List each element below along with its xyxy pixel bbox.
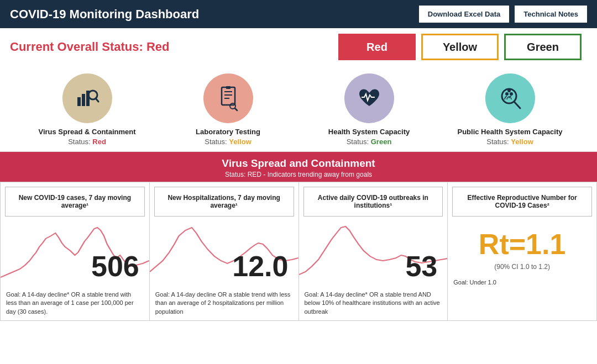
- metric-value-area-2: 53: [299, 217, 448, 288]
- health-capacity-icon: [344, 73, 394, 123]
- metric-outbreaks: Active daily COVID-19 outbreaks in insti…: [299, 182, 448, 320]
- current-status-label: Current Overall Status: Red: [10, 40, 170, 54]
- category-name-2: Health System Capacity: [328, 128, 410, 136]
- status-yellow-box[interactable]: Yellow: [421, 34, 499, 60]
- rt-goal: Goal: Under 1.0: [448, 276, 596, 291]
- metric-header-1: New Hospitalizations, 7 day moving avera…: [154, 187, 294, 217]
- metric-goal-0: Goal: A 14-day decline* OR a stable tren…: [1, 288, 149, 320]
- svg-rect-5: [222, 87, 235, 105]
- svg-rect-0: [77, 97, 81, 106]
- status-value-0: Red: [92, 138, 106, 146]
- virus-spread-icon: [62, 73, 112, 123]
- metric-number-0: 506: [91, 250, 139, 283]
- category-name-1: Laboratory Testing: [196, 128, 260, 136]
- metric-goal-1: Goal: A 14-day decline OR a stable trend…: [150, 288, 298, 320]
- metric-hospitalizations: New Hospitalizations, 7 day moving avera…: [150, 182, 299, 320]
- category-lab-testing: Laboratory Testing Status: Yellow: [173, 73, 284, 146]
- section-banner-subtitle: Status: RED - Indicators trending away f…: [0, 171, 597, 178]
- metric-cases: New COVID-19 cases, 7 day moving average…: [1, 182, 150, 320]
- header: COVID-19 Monitoring Dashboard Download E…: [0, 0, 597, 28]
- status-value-1: Yellow: [229, 138, 251, 146]
- metric-header-2: Active daily COVID-19 outbreaks in insti…: [303, 187, 443, 217]
- rt-number: Rt=1.1: [453, 228, 591, 261]
- metric-header-3: Effective Reproductive Number for COVID-…: [452, 187, 592, 217]
- metric-goal-2: Goal: A 14-day decline* OR a stable tren…: [299, 288, 448, 320]
- category-health-capacity: Health System Capacity Status: Green: [314, 73, 425, 146]
- public-health-icon: [485, 73, 535, 123]
- header-button-group: Download Excel Data Technical Notes: [419, 6, 587, 23]
- section-banner-title: Virus Spread and Containment: [0, 157, 597, 170]
- status-value-3: Yellow: [511, 138, 533, 146]
- rt-ci: (90% CI 1.0 to 1.2): [453, 263, 591, 271]
- svg-line-4: [96, 98, 98, 102]
- category-status-1: Status: Yellow: [205, 138, 252, 146]
- category-status-0: Status: Red: [68, 138, 106, 146]
- svg-line-11: [235, 108, 237, 110]
- download-excel-button[interactable]: Download Excel Data: [419, 6, 509, 23]
- svg-rect-9: [226, 86, 231, 89]
- metric-number-1: 12.0: [232, 250, 288, 283]
- category-name-0: Virus Spread & Containment: [38, 128, 135, 136]
- status-value: Red: [146, 40, 170, 54]
- svg-line-13: [514, 102, 520, 108]
- svg-point-16: [507, 89, 511, 92]
- category-name-3: Public Health System Capacity: [457, 128, 562, 136]
- svg-rect-1: [82, 94, 85, 106]
- dashboard-title: COVID-19 Monitoring Dashboard: [10, 7, 199, 22]
- metrics-grid: New COVID-19 cases, 7 day moving average…: [0, 182, 597, 321]
- metric-value-area-0: 506: [1, 217, 149, 288]
- metric-header-0: New COVID-19 cases, 7 day moving average…: [5, 187, 145, 217]
- metric-number-2: 53: [405, 250, 437, 283]
- status-value-2: Green: [371, 138, 392, 146]
- status-red-box[interactable]: Red: [338, 34, 416, 60]
- status-bar: Current Overall Status: Red Red Yellow G…: [0, 28, 597, 64]
- status-green-box[interactable]: Green: [504, 34, 582, 60]
- status-indicators: Red Yellow Green: [338, 34, 582, 60]
- rt-value-area: Rt=1.1 (90% CI 1.0 to 1.2): [448, 217, 596, 276]
- categories-row: Virus Spread & Containment Status: Red L…: [0, 64, 597, 152]
- technical-notes-button[interactable]: Technical Notes: [515, 6, 587, 23]
- svg-point-14: [505, 92, 509, 96]
- metric-value-area-1: 12.0: [150, 217, 298, 288]
- category-public-health: Public Health System Capacity Status: Ye…: [455, 73, 565, 146]
- lab-testing-icon: [203, 73, 253, 123]
- svg-point-15: [510, 92, 513, 96]
- category-status-2: Status: Green: [347, 138, 392, 146]
- category-virus-spread: Virus Spread & Containment Status: Red: [32, 73, 143, 146]
- section-banner: Virus Spread and Containment Status: RED…: [0, 152, 597, 182]
- category-status-3: Status: Yellow: [486, 138, 533, 146]
- metric-rt: Effective Reproductive Number for COVID-…: [448, 182, 596, 320]
